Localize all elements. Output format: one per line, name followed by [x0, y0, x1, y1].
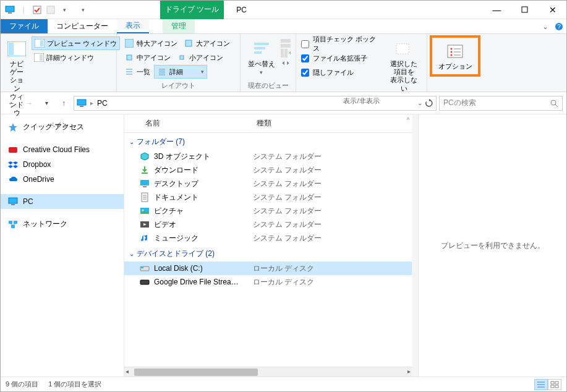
search-box[interactable]: PCの検索: [439, 96, 563, 111]
svg-rect-15: [127, 55, 132, 60]
star-icon: [8, 122, 18, 132]
onedrive-icon: [8, 174, 18, 184]
preview-pane-splitter[interactable]: [412, 114, 418, 377]
svg-rect-16: [180, 56, 184, 59]
recent-locations-button[interactable]: ▾: [39, 96, 54, 111]
file-name: ダウンロード: [154, 165, 253, 176]
file-row[interactable]: デスクトップシステム フォルダー: [124, 177, 412, 190]
qat-overflow-icon[interactable]: ▾: [77, 4, 88, 15]
maximize-button[interactable]: [511, 1, 539, 19]
refresh-icon[interactable]: [425, 99, 433, 108]
file-row[interactable]: ミュージックシステム フォルダー: [124, 231, 412, 245]
medium-icon: [124, 53, 134, 62]
file-extensions-toggle[interactable]: ファイル名拡張子: [301, 52, 382, 64]
details-pane-button[interactable]: 詳細ウィンドウ: [32, 51, 120, 64]
group-header-label: フォルダー (7): [137, 137, 185, 147]
horizontal-scrollbar[interactable]: ◂ ▸: [124, 367, 412, 377]
qat-checkbox-icon[interactable]: [32, 4, 43, 15]
sort-by-button[interactable]: 並べ替え ▾: [245, 36, 277, 79]
sidebar-item-label: OneDrive: [23, 175, 54, 184]
large-icons-button[interactable]: 大アイコン: [181, 36, 232, 50]
file-kind: システム フォルダー: [253, 151, 346, 162]
size-columns-icon[interactable]: [281, 59, 291, 67]
preview-pane-button[interactable]: プレビュー ウィンドウ: [32, 36, 120, 50]
preview-pane-label: プレビュー ウィンドウ: [47, 39, 117, 48]
svg-rect-64: [140, 280, 149, 284]
breadcrumb-separator-icon[interactable]: ▸: [90, 100, 93, 106]
tab-file[interactable]: ファイル: [1, 19, 48, 33]
back-button[interactable]: ←: [4, 96, 19, 111]
sidebar-item-pc[interactable]: PC: [1, 194, 124, 209]
scrollbar-thumb[interactable]: [134, 369, 258, 376]
svg-point-34: [451, 48, 453, 50]
svg-rect-1: [8, 12, 12, 14]
file-name: ピクチャ: [154, 206, 253, 216]
sidebar-item-onedrive[interactable]: OneDrive: [1, 172, 124, 187]
sidebar-item-dropbox[interactable]: Dropbox: [1, 157, 124, 172]
forward-button[interactable]: →: [22, 96, 36, 111]
sidebar-item-star[interactable]: クイック アクセス: [1, 119, 124, 135]
file-row[interactable]: ピクチャシステム フォルダー: [124, 204, 412, 218]
up-button[interactable]: ↑: [56, 96, 71, 111]
close-button[interactable]: ✕: [539, 1, 566, 19]
tab-view[interactable]: 表示: [117, 19, 149, 33]
qat-blank-icon[interactable]: [45, 4, 56, 15]
svg-rect-53: [140, 180, 149, 185]
details-view-toggle[interactable]: [534, 379, 548, 390]
file-row[interactable]: ビデオシステム フォルダー: [124, 218, 412, 231]
svg-rect-27: [281, 39, 291, 43]
file-row[interactable]: Google Drive File Strea…ローカル ディスク: [124, 275, 412, 289]
file-row[interactable]: 3D オブジェクトシステム フォルダー: [124, 150, 412, 163]
list-view-button[interactable]: 一覧: [122, 65, 153, 79]
download-icon: [139, 164, 150, 176]
group-by-icon[interactable]: [281, 39, 291, 48]
file-list[interactable]: 名前 種類 ^ ⌄フォルダー (7)3D オブジェクトシステム フォルダーダウン…: [124, 114, 412, 377]
file-row[interactable]: ドキュメントシステム フォルダー: [124, 190, 412, 204]
thumbnails-view-toggle[interactable]: [548, 379, 561, 390]
minimize-button[interactable]: —: [483, 1, 511, 19]
file-row[interactable]: ダウンロードシステム フォルダー: [124, 163, 412, 177]
sidebar-item-cc[interactable]: Creative Cloud Files: [1, 142, 124, 157]
address-dropdown-icon[interactable]: ⌄: [417, 100, 422, 106]
svg-rect-24: [254, 43, 269, 45]
navigation-pane[interactable]: クイック アクセスCreative Cloud FilesDropboxOneD…: [1, 114, 124, 377]
file-row[interactable]: Local Disk (C:)ローカル ディスク: [124, 262, 412, 275]
help-icon[interactable]: ?: [552, 19, 566, 33]
breadcrumb-pc[interactable]: PC: [97, 99, 108, 108]
hide-selected-label: 選択した項目を 表示しない: [387, 60, 420, 93]
layout-group-label: レイアウト: [122, 80, 235, 90]
medium-icons-button[interactable]: 中アイコン: [122, 51, 173, 64]
svg-line-43: [555, 104, 558, 107]
navigation-pane-icon: [7, 39, 27, 59]
tab-manage[interactable]: 管理: [163, 19, 195, 33]
file-name: ビデオ: [154, 219, 253, 230]
ribbon-collapse-chevron[interactable]: ⌄: [539, 19, 552, 33]
column-header-name[interactable]: 名前: [140, 117, 252, 130]
svg-rect-45: [9, 198, 17, 203]
svg-rect-13: [125, 39, 134, 48]
group-header[interactable]: ⌄デバイスとドライブ (2): [124, 245, 412, 262]
qat-dropdown-icon[interactable]: ▾: [59, 4, 70, 15]
details-view-button[interactable]: 詳細▾: [154, 65, 207, 79]
column-header-kind[interactable]: 種類: [252, 117, 344, 130]
small-icons-button[interactable]: 小アイコン: [174, 51, 226, 64]
hide-selected-button[interactable]: 選択した項目を 表示しない: [386, 36, 422, 95]
large-icon: [184, 38, 194, 48]
hidden-files-toggle[interactable]: 隠しファイル: [301, 66, 382, 79]
options-button[interactable]: オプション: [433, 39, 477, 73]
svg-rect-49: [11, 225, 15, 228]
column-collapse-icon[interactable]: ^: [404, 117, 412, 130]
tab-computer[interactable]: コンピューター: [48, 19, 117, 33]
options-icon: [445, 41, 465, 61]
file-kind: システム フォルダー: [253, 165, 346, 176]
extra-large-icons-button[interactable]: 特大アイコン: [122, 36, 180, 50]
file-name: ミュージック: [154, 233, 253, 244]
group-header[interactable]: ⌄フォルダー (7): [124, 133, 412, 150]
sidebar-item-network[interactable]: ネットワーク: [1, 216, 124, 232]
svg-rect-8: [9, 43, 14, 55]
add-columns-icon[interactable]: +: [281, 49, 291, 58]
status-selection: 1 個の項目を選択: [48, 380, 101, 389]
item-checkboxes-toggle[interactable]: 項目チェック ボックス: [301, 38, 382, 50]
address-bar[interactable]: ▸ PC ⌄: [74, 96, 437, 111]
chevron-down-icon: ⌄: [129, 138, 134, 145]
